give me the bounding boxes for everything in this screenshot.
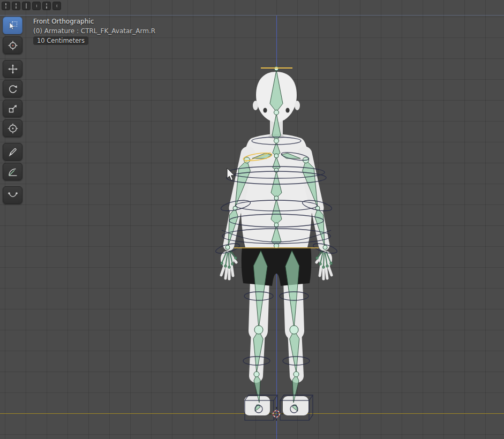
toolbar (3, 17, 22, 204)
blender-3d-viewport[interactable]: Front Orthographic (0) Armature : CTRL_F… (0, 0, 504, 439)
eye-left (263, 108, 267, 112)
tool-scale[interactable] (3, 100, 22, 117)
editor-type-icon[interactable] (2, 2, 10, 10)
proportional-icon[interactable] (42, 2, 51, 10)
viewport-header-icons (2, 2, 61, 10)
scene-canvas[interactable] (0, 0, 504, 439)
tool-transform[interactable] (3, 119, 22, 137)
transform-gizmo-icon (7, 123, 18, 134)
eye-right (285, 108, 289, 112)
tool-pose-breakdowner[interactable] (3, 186, 22, 204)
scale-icon (7, 103, 18, 114)
overlays-icon[interactable] (52, 2, 61, 10)
grid-scale-pill: 10 Centimeters (33, 36, 88, 45)
pivot-icon[interactable] (32, 2, 41, 10)
tool-annotate[interactable] (3, 143, 22, 161)
grid-scale-overlay: 10 Centimeters (33, 36, 88, 45)
ear-right (295, 101, 300, 110)
tool-cursor[interactable] (3, 36, 22, 54)
tool-move[interactable] (3, 60, 22, 78)
mode-icon[interactable] (12, 2, 20, 10)
rotate-arrow-icon (7, 84, 18, 94)
snap-icon[interactable] (22, 2, 31, 10)
tool-measure[interactable] (3, 163, 22, 180)
crosshair-circle-icon (7, 40, 18, 51)
move-arrows-icon (7, 64, 18, 74)
active-object-overlay: (0) Armature : CTRL_FK_Avatar_Arm.R (33, 27, 155, 35)
ear-left (253, 101, 258, 110)
cursor-arrow-icon (7, 20, 18, 31)
tool-rotate[interactable] (3, 80, 22, 97)
tool-tweak-select[interactable] (3, 17, 22, 34)
view-name-overlay: Front Orthographic (33, 18, 94, 25)
protractor-icon (7, 166, 18, 177)
pen-icon (7, 147, 18, 157)
curve-endpoints-icon (7, 190, 18, 201)
